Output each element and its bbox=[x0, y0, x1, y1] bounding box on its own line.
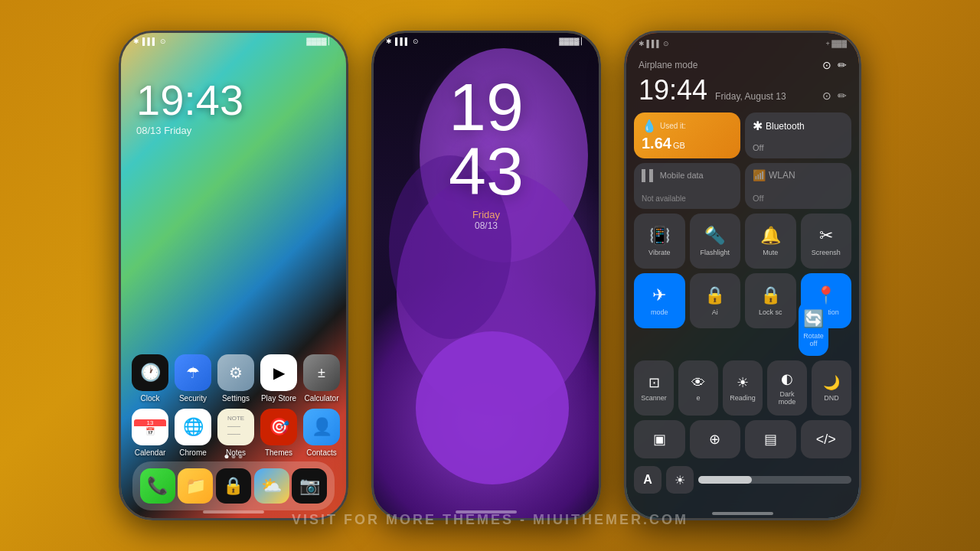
app-calendar[interactable]: 13 📅 Calendar bbox=[132, 409, 168, 457]
target-icon[interactable]: ⊙ bbox=[822, 59, 831, 71]
dock-phone[interactable]: 📞 bbox=[140, 468, 175, 504]
cc-lockscreen-tile[interactable]: 🔒 Lock sc bbox=[745, 273, 796, 328]
phone1-home-indicator bbox=[203, 510, 264, 514]
app-security[interactable]: ☂ Security bbox=[175, 354, 211, 403]
signal-icon2: ▌▌▌ bbox=[395, 37, 410, 45]
airplane-label: mode bbox=[651, 308, 668, 316]
phone2-status-bar: ✱ ▌▌▌ ⊙ ▓▓▓▓ ▏ bbox=[374, 33, 599, 50]
dock-camera[interactable]: 📷 bbox=[292, 468, 327, 504]
cc-dnd-tile[interactable]: 🌙 DND bbox=[812, 360, 851, 416]
dock-applock[interactable]: 🔒 bbox=[216, 468, 251, 504]
cc-bluetooth-tile[interactable]: ✱ Bluetooth Off bbox=[745, 112, 851, 158]
mute-label: Mute bbox=[763, 249, 778, 256]
phone1-status-right: ▓▓▓▓ ▏ bbox=[306, 37, 334, 45]
wifi-icon2: ⊙ bbox=[413, 37, 419, 45]
data-value: 1.64 bbox=[642, 135, 671, 152]
wlan-status: Off bbox=[753, 194, 844, 203]
phone1-clock-widget: 19:43 08/13 Friday bbox=[136, 79, 243, 136]
cc-row-2: ▌▌ Mobile data Not available 📶 WLAN Off bbox=[634, 163, 851, 209]
playstore-icon: ▶ bbox=[260, 354, 297, 391]
cc-reading-tile[interactable]: ☀ Reading bbox=[723, 360, 763, 416]
calendar-icon: 13 📅 bbox=[132, 409, 168, 445]
extra3-icon: ▤ bbox=[764, 431, 777, 448]
reading-label: Reading bbox=[730, 394, 756, 402]
phone1-dock: 📞 📁 🔒 ⛅ 📷 bbox=[132, 461, 335, 510]
phone1-status-bar: ✱ ▌▌▌ ⊙ ▓▓▓▓ ▏ bbox=[121, 33, 346, 50]
security-icon: ☂ bbox=[175, 354, 211, 391]
extra1-icon: ▣ bbox=[653, 431, 666, 448]
settings-label: Settings bbox=[222, 394, 250, 403]
watermark: VISIT FOR MORE THEMES - MIUITHEMER.COM bbox=[292, 512, 688, 528]
cc-rotate-tile[interactable]: 🔄 Rotate off bbox=[799, 301, 828, 356]
mobile-label: Mobile data bbox=[660, 171, 704, 180]
phone3-home-indicator bbox=[712, 512, 773, 515]
cc-extra2-tile[interactable]: ⊕ bbox=[690, 420, 741, 458]
cc-scanner-tile[interactable]: ⊡ Scanner bbox=[634, 360, 674, 416]
app-themes[interactable]: 🎯 Themes bbox=[260, 409, 297, 457]
phone3-status-left: ✱ ▌▌▌ ⊙ bbox=[639, 40, 669, 47]
cc-row-1: 💧 Used it: 1.64 GB ✱ Bluetooth bbox=[634, 112, 851, 158]
cc-time-icons: ⊙ ✏ bbox=[822, 90, 847, 102]
vibrate-icon: 📳 bbox=[649, 226, 670, 246]
cc-row-4b: 🔄 Rotate off bbox=[799, 301, 851, 356]
bluetooth-label: Bluetooth bbox=[766, 121, 805, 132]
target-icon2[interactable]: ⊙ bbox=[822, 90, 831, 102]
notes-icon: NOTE────── bbox=[217, 409, 254, 445]
app-notes[interactable]: NOTE────── Notes bbox=[217, 409, 254, 457]
ai-label: Ai bbox=[712, 308, 718, 316]
cc-screenshot-tile[interactable]: ✂ Screensh bbox=[801, 214, 852, 269]
cc-wlan-tile[interactable]: 📶 WLAN Off bbox=[745, 163, 851, 209]
cc-darkmode-tile[interactable]: ◐ Dark mode bbox=[767, 360, 807, 416]
clock-icon: 🕐 bbox=[132, 354, 168, 391]
flashlight-icon: 🔦 bbox=[704, 226, 725, 246]
app-playstore[interactable]: ▶ Play Store bbox=[260, 354, 297, 403]
dock-weather[interactable]: ⛅ bbox=[254, 468, 289, 504]
phone1-status-left: ✱ ▌▌▌ ⊙ bbox=[133, 37, 166, 45]
phone-1: ✱ ▌▌▌ ⊙ ▓▓▓▓ ▏ 19:43 08/13 Friday 🕐 Cloc… bbox=[119, 31, 348, 520]
airplane-icon: ✈ bbox=[652, 285, 666, 305]
flashlight-label: Flashlight bbox=[700, 249, 730, 256]
cc-ai-tile[interactable]: 🔒 Ai bbox=[690, 273, 741, 328]
app-clock[interactable]: 🕐 Clock bbox=[132, 354, 168, 403]
cc-extra3-tile[interactable]: ▤ bbox=[745, 420, 796, 458]
cc-tiles: 💧 Used it: 1.64 GB ✱ Bluetooth bbox=[626, 112, 859, 458]
clock-label: Clock bbox=[140, 394, 159, 403]
phone2-day: Friday bbox=[449, 209, 524, 220]
contacts-icon: 👤 bbox=[303, 409, 340, 445]
signal-icon: ▌▌▌ bbox=[142, 37, 157, 45]
screenshot-icon: ✂ bbox=[819, 226, 833, 246]
scanner-icon: ⊡ bbox=[648, 374, 660, 391]
phone-3: ✱ ▌▌▌ ⊙ + ▓▓▓ Airplane mode ⊙ ✏ 19:44 Fr… bbox=[624, 31, 861, 520]
lockscreen-label: Lock sc bbox=[759, 308, 782, 316]
cc-data-tile[interactable]: 💧 Used it: 1.64 GB bbox=[634, 112, 740, 158]
airplane-mode-label: Airplane mode bbox=[639, 60, 697, 70]
edit-icon[interactable]: ✏ bbox=[838, 59, 847, 71]
phone2-status-left: ✱ ▌▌▌ ⊙ bbox=[386, 37, 419, 45]
data-used-label: Used it: bbox=[660, 122, 686, 130]
cc-extra1-tile[interactable]: ▣ bbox=[634, 420, 685, 458]
brightness-slider[interactable] bbox=[698, 476, 851, 484]
cc-airplane-tile[interactable]: ✈ mode bbox=[634, 273, 685, 328]
cc-mute-tile[interactable]: 🔔 Mute bbox=[745, 214, 796, 269]
phone3-status-right: + ▓▓▓ bbox=[826, 40, 847, 47]
cc-eye-tile[interactable]: 👁 e bbox=[678, 360, 718, 416]
app-settings[interactable]: ⚙ Settings bbox=[217, 354, 254, 403]
svg-point-2 bbox=[416, 331, 569, 484]
cc-font-button[interactable]: A bbox=[634, 466, 662, 494]
cc-brightness-button[interactable]: ☀ bbox=[666, 466, 694, 494]
extra4-icon: </> bbox=[816, 432, 836, 448]
dock-files[interactable]: 📁 bbox=[178, 468, 213, 504]
cc-extra4-tile[interactable]: </> bbox=[801, 420, 852, 458]
app-calculator[interactable]: ± Calculator bbox=[303, 354, 340, 403]
rotate-label: Rotate off bbox=[803, 332, 824, 347]
app-chrome[interactable]: 🌐 Chrome bbox=[175, 409, 211, 457]
data-unit: GB bbox=[673, 141, 685, 150]
cc-vibrate-tile[interactable]: 📳 Vibrate bbox=[634, 214, 685, 269]
cc-mobile-tile[interactable]: ▌▌ Mobile data Not available bbox=[634, 163, 740, 209]
cc-flashlight-tile[interactable]: 🔦 Flashlight bbox=[690, 214, 741, 269]
settings-icon: ⚙ bbox=[217, 354, 254, 391]
pencil-icon[interactable]: ✏ bbox=[838, 90, 847, 102]
brightness-icon: ☀ bbox=[675, 473, 685, 487]
app-contacts[interactable]: 👤 Contacts bbox=[303, 409, 340, 457]
contacts-label: Contacts bbox=[306, 448, 336, 457]
